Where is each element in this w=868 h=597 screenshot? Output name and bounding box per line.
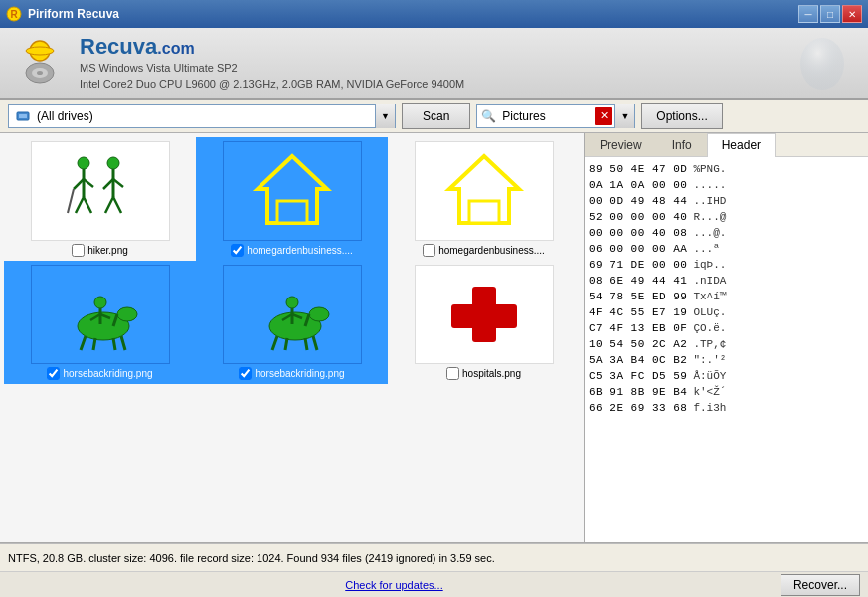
svg-rect-9 [19,114,27,118]
list-item[interactable]: hiker.png [4,137,196,261]
title-bar: R Piriform Recuva ─ □ ✕ [0,0,868,28]
hex-row: 5A 3A B4 0C B2":.'² [589,352,864,368]
tab-preview[interactable]: Preview [585,133,657,156]
recover-button[interactable]: Recover... [781,574,860,596]
svg-rect-50 [451,304,517,328]
hex-bytes: 69 71 DE 00 00 [589,257,687,273]
hex-ascii: ...ª [693,241,719,257]
minimize-button[interactable]: ─ [798,5,818,23]
hex-ascii: ..... [693,177,726,193]
hex-row: 52 00 00 00 40R...@ [589,209,864,225]
close-button[interactable]: ✕ [842,5,862,23]
thumbnail-image [31,265,170,364]
hex-row: C7 4F 13 EB 0FÇO.ë. [589,320,864,336]
svg-point-34 [94,297,106,308]
panel-tabs: Preview Info Header [585,133,868,157]
svg-point-3 [26,47,54,55]
hex-bytes: 89 50 4E 47 0D [589,161,687,177]
right-panel: Preview Info Header 89 50 4E 47 0D%PNG.0… [585,133,868,542]
list-item[interactable]: homegardenbusiness.... [388,137,580,261]
hex-row: 54 78 5E ED 99Tx^í™ [589,289,864,304]
hex-ascii: .TP,¢ [693,336,726,352]
header-orb [796,36,848,92]
hex-bytes: 4F 4C 55 E7 19 [589,304,687,320]
hex-row: 0A 1A 0A 00 00..... [589,177,864,193]
status-bar: NTFS, 20.8 GB. cluster size: 4096. file … [0,543,868,571]
tab-info[interactable]: Info [657,133,707,156]
svg-line-31 [93,338,95,350]
hex-row: 6B 91 8B 9E B4k'<Ž´ [589,384,864,400]
thumbnail-image [223,141,362,241]
hex-row: 00 0D 49 48 44..IHD [589,193,864,209]
hex-ascii: ..IHD [693,193,726,209]
drive-dropdown-arrow[interactable]: ▼ [375,104,395,128]
hex-ascii: OLUç. [693,304,726,320]
hex-ascii: iqÞ.. [693,257,726,273]
thumbnail-image [223,265,362,364]
file-checkbox[interactable] [231,244,244,257]
hex-row: 89 50 4E 47 0D%PNG. [589,161,864,177]
tab-header[interactable]: Header [707,133,776,157]
file-grid-scroll[interactable]: hiker.png homegardenbusiness.... [0,133,584,542]
list-item[interactable]: hospitals.png [388,261,580,384]
svg-line-14 [76,197,84,213]
hex-bytes: 06 00 00 00 AA [589,241,687,257]
hex-view[interactable]: 89 50 4E 47 0D%PNG.0A 1A 0A 00 00.....00… [585,157,868,542]
list-item[interactable]: horsebackriding.png [196,261,388,384]
app-header: Recuva.com MS Windows Vista Ultimate SP2… [0,28,868,100]
hex-bytes: 00 00 00 40 08 [589,225,687,241]
search-icon: 🔍 [477,109,500,123]
main-content: hiker.png homegardenbusiness.... [0,133,868,543]
thumbnail-label: horsebackriding.png [239,367,344,380]
window-title: Piriform Recuva [28,7,119,21]
file-checkbox[interactable] [72,244,85,257]
filter-dropdown-arrow[interactable]: ▼ [614,104,634,128]
hex-bytes: 10 54 50 2C A2 [589,336,687,352]
hex-ascii: R...@ [693,209,726,225]
hex-row: 08 6E 49 44 41.nIDA [589,273,864,289]
hex-ascii: f.i3h [693,400,726,416]
svg-line-21 [105,197,113,213]
svg-line-32 [113,338,115,350]
svg-line-42 [285,338,287,350]
svg-line-44 [313,336,317,350]
file-checkbox[interactable] [446,367,459,380]
file-checkbox[interactable] [423,244,435,257]
scan-button[interactable]: Scan [402,103,470,129]
hex-bytes: 66 2E 69 33 68 [589,400,687,416]
hex-ascii: ":.'² [693,352,726,368]
svg-point-7 [800,38,844,90]
list-item[interactable]: homegardenbusiness.... [196,137,388,261]
svg-text:R: R [10,9,18,20]
hex-bytes: C5 3A FC D5 59 [589,368,687,384]
svg-point-6 [37,71,43,75]
thumbnail-label: homegardenbusiness.... [231,244,353,257]
hex-ascii: Å:üÕY [693,368,726,384]
thumbnail-label: homegardenbusiness.... [423,244,545,257]
hex-row: 00 00 00 40 08...@. [589,225,864,241]
svg-point-28 [117,307,137,321]
title-bar-left: R Piriform Recuva [6,6,119,22]
hex-ascii: %PNG. [693,161,726,177]
maximize-button[interactable]: □ [820,5,840,23]
hex-bytes: C7 4F 13 EB 0F [589,320,687,336]
bottom-bar: Check for updates... Recover... [0,571,868,597]
svg-rect-24 [277,201,307,223]
file-checkbox[interactable] [47,367,60,380]
filter-clear-button[interactable]: ✕ [595,107,612,125]
svg-rect-26 [469,201,499,223]
hex-bytes: 6B 91 8B 9E B4 [589,384,687,400]
hex-bytes: 08 6E 49 44 41 [589,273,687,289]
toolbar: (All drives) ▼ Scan 🔍 Pictures ✕ ▼ Optio… [0,100,868,133]
options-button[interactable]: Options... [641,103,722,129]
hex-ascii: ...@. [693,225,726,241]
hex-ascii: k'<Ž´ [693,384,726,400]
update-link[interactable]: Check for updates... [345,579,442,591]
svg-line-22 [113,197,121,213]
filter-input-wrap[interactable]: 🔍 Pictures ✕ ▼ [476,104,635,128]
drive-selector[interactable]: (All drives) ▼ [8,104,396,128]
filter-text: Pictures [500,109,593,123]
file-checkbox[interactable] [239,367,252,380]
sys-info-2: Intel Core2 Duo CPU L9600 @ 2.13GHz, 2.0… [80,76,464,93]
list-item[interactable]: horsebackriding.png [4,261,196,384]
